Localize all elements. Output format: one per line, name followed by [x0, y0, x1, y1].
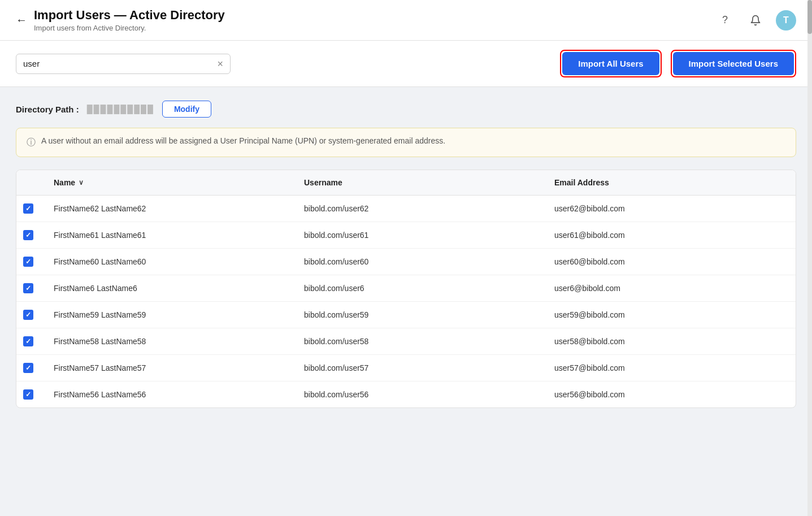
- table-row: FirstName61 LastName61 bibold.com/user61…: [16, 222, 796, 249]
- button-group: Import All Users Import Selected Users: [560, 50, 796, 77]
- row-username: bibold.com/user59: [295, 310, 545, 319]
- row-email: user6@bibold.com: [545, 284, 796, 293]
- directory-path-value: ██████████: [87, 105, 154, 114]
- checkbox-1[interactable]: [23, 230, 33, 240]
- help-button[interactable]: ?: [715, 10, 735, 31]
- row-username: bibold.com/user56: [295, 390, 545, 399]
- table-row: FirstName60 LastName60 bibold.com/user60…: [16, 249, 796, 275]
- row-name: FirstName56 LastName56: [45, 390, 295, 399]
- row-name: FirstName58 LastName58: [45, 337, 295, 346]
- row-checkbox-cell: [16, 283, 45, 293]
- row-username: bibold.com/user58: [295, 337, 545, 346]
- checkbox-4[interactable]: [23, 310, 33, 320]
- row-email: user57@bibold.com: [545, 363, 796, 372]
- row-username: bibold.com/user61: [295, 231, 545, 240]
- top-bar-right: ? T: [715, 10, 796, 31]
- row-name: FirstName57 LastName57: [45, 363, 295, 372]
- back-button[interactable]: ←: [16, 14, 27, 27]
- search-input[interactable]: [23, 59, 217, 68]
- row-email: user56@bibold.com: [545, 390, 796, 399]
- row-username: bibold.com/user62: [295, 204, 545, 213]
- main-content: Directory Path : ██████████ Modify ⓘ A u…: [0, 87, 812, 422]
- top-bar: ← Import Users — Active Directory Import…: [0, 0, 812, 41]
- table-row: FirstName59 LastName59 bibold.com/user59…: [16, 302, 796, 328]
- checkbox-6[interactable]: [23, 363, 33, 373]
- row-username: bibold.com/user6: [295, 284, 545, 293]
- import-selected-highlight: Import Selected Users: [671, 50, 796, 77]
- row-checkbox-cell: [16, 363, 45, 373]
- row-email: user62@bibold.com: [545, 204, 796, 213]
- import-all-highlight: Import All Users: [560, 50, 661, 77]
- row-checkbox-cell: [16, 230, 45, 240]
- import-all-button[interactable]: Import All Users: [562, 52, 659, 75]
- th-email: Email Address: [545, 178, 796, 187]
- row-name: FirstName6 LastName6: [45, 284, 295, 293]
- checkbox-5[interactable]: [23, 336, 33, 346]
- search-bar-row: × Import All Users Import Selected Users: [0, 41, 812, 87]
- search-input-wrap: ×: [16, 54, 231, 74]
- th-checkbox: [16, 178, 45, 187]
- row-name: FirstName61 LastName61: [45, 231, 295, 240]
- row-checkbox-cell: [16, 203, 45, 214]
- table-header: Name ∨ Username Email Address: [16, 170, 796, 196]
- scrollbar-thumb[interactable]: [807, 0, 812, 34]
- checkbox-2[interactable]: [23, 257, 33, 267]
- avatar[interactable]: T: [776, 10, 796, 31]
- table-row: FirstName58 LastName58 bibold.com/user58…: [16, 328, 796, 355]
- row-checkbox-cell: [16, 389, 45, 400]
- row-email: user59@bibold.com: [545, 310, 796, 319]
- checkbox-7[interactable]: [23, 389, 33, 400]
- directory-row: Directory Path : ██████████ Modify: [16, 101, 796, 118]
- row-name: FirstName59 LastName59: [45, 310, 295, 319]
- table-row: FirstName56 LastName56 bibold.com/user56…: [16, 381, 796, 407]
- info-banner-text: A user without an email address will be …: [41, 136, 445, 145]
- info-banner: ⓘ A user without an email address will b…: [16, 128, 796, 157]
- notifications-button[interactable]: [745, 10, 766, 31]
- table-row: FirstName62 LastName62 bibold.com/user62…: [16, 196, 796, 222]
- sort-icon[interactable]: ∨: [79, 179, 84, 187]
- row-username: bibold.com/user57: [295, 363, 545, 372]
- table-body: FirstName62 LastName62 bibold.com/user62…: [16, 196, 796, 407]
- row-email: user58@bibold.com: [545, 337, 796, 346]
- bell-icon: [750, 15, 761, 26]
- row-checkbox-cell: [16, 310, 45, 320]
- directory-path-label: Directory Path :: [16, 105, 79, 114]
- top-bar-left: ← Import Users — Active Directory Import…: [16, 8, 225, 32]
- modify-button[interactable]: Modify: [162, 101, 211, 118]
- import-selected-button[interactable]: Import Selected Users: [673, 52, 794, 75]
- users-table: Name ∨ Username Email Address FirstName6…: [16, 170, 796, 408]
- row-email: user60@bibold.com: [545, 257, 796, 266]
- info-icon: ⓘ: [27, 137, 36, 149]
- row-name: FirstName60 LastName60: [45, 257, 295, 266]
- row-name: FirstName62 LastName62: [45, 204, 295, 213]
- row-checkbox-cell: [16, 257, 45, 267]
- th-username: Username: [295, 178, 545, 187]
- row-email: user61@bibold.com: [545, 231, 796, 240]
- checkbox-3[interactable]: [23, 283, 33, 293]
- table-row: FirstName6 LastName6 bibold.com/user6 us…: [16, 275, 796, 302]
- page-title-block: Import Users — Active Directory Import u…: [34, 8, 225, 32]
- page-title: Import Users — Active Directory: [34, 8, 225, 23]
- row-username: bibold.com/user60: [295, 257, 545, 266]
- checkbox-0[interactable]: [23, 203, 33, 214]
- page-subtitle: Import users from Active Directory.: [34, 24, 225, 32]
- clear-search-button[interactable]: ×: [217, 59, 223, 69]
- table-row: FirstName57 LastName57 bibold.com/user57…: [16, 355, 796, 381]
- row-checkbox-cell: [16, 336, 45, 346]
- scrollbar-track[interactable]: [807, 0, 812, 422]
- th-name: Name ∨: [45, 178, 295, 187]
